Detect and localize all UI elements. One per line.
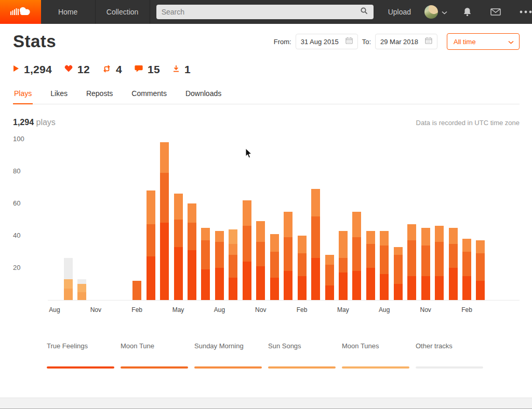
downloads-count: 1 [184,63,191,76]
chart-bar-segment [188,223,196,250]
y-tick-label: 40 [13,231,20,239]
to-date-input[interactable] [380,38,421,46]
legend-item[interactable]: Sunday Morning [194,342,268,369]
chart-bar[interactable] [325,255,334,300]
chart-bar[interactable] [284,212,292,301]
messages-envelope-icon[interactable] [490,8,501,16]
legend-item[interactable]: True Feelings [47,342,121,369]
legend-item[interactable]: Sun Songs [268,342,342,369]
chart-bar[interactable] [64,258,73,300]
tab-plays[interactable]: Plays [13,85,33,104]
chart-bar[interactable] [352,212,361,301]
download-icon [172,65,180,75]
chart-bar-segment [188,203,196,223]
chart-plays-count: 1,294 plays [13,118,56,127]
chart-bar-segment [352,271,361,300]
chart-bar-segment [284,237,292,271]
chart-bar-segment [284,212,292,238]
tab-reposts[interactable]: Reposts [85,85,114,104]
x-tick-label: Aug [43,306,66,313]
legend-item[interactable]: Moon Tune [121,342,194,369]
chart-bar-segment [160,223,169,300]
chart-bar[interactable] [188,203,196,300]
to-label: To: [362,38,371,46]
time-range-select[interactable]: All time [447,33,520,50]
chart-bar[interactable] [174,194,183,300]
x-tick-label: Aug [208,306,231,313]
chart-bar-segment [449,268,458,300]
chart-bar[interactable] [435,226,444,300]
chart-bar[interactable] [298,236,307,300]
from-date-field[interactable] [296,34,358,49]
chart-bar[interactable] [147,190,155,300]
nav-home[interactable]: Home [41,0,96,24]
chart-bar[interactable] [270,234,279,300]
chart-bar-segment [476,281,485,300]
chart-bar-segment [311,216,320,258]
chart-bar[interactable] [215,231,224,300]
chart-bar[interactable] [380,231,389,300]
chart-bar[interactable] [77,279,86,300]
chart-bar-segment [215,268,224,300]
tab-likes[interactable]: Likes [49,85,69,104]
plays-count: 1,294 [24,63,52,76]
repost-icon [102,65,111,75]
more-options-icon[interactable] [520,10,532,13]
chart-bar[interactable] [449,228,458,301]
avatar[interactable] [424,5,438,19]
chart-bar-segment [435,226,444,242]
search-input[interactable] [162,8,360,16]
chart-bar[interactable] [462,239,471,300]
legend-swatch [268,366,336,369]
chart-bar[interactable] [366,231,375,300]
soundcloud-logo[interactable] [0,0,41,24]
x-axis-labels: AugNovFebMayAugNovFebMayAugNovFeb [13,301,520,319]
chart-bar-segment [421,246,430,276]
chart-bar[interactable] [160,142,169,300]
date-range-controls: From: To: [274,33,520,50]
notifications-bell-icon[interactable] [463,7,472,17]
chart-bar[interactable] [256,221,265,300]
legend-item[interactable]: Moon Tunes [342,342,416,369]
chart-bar[interactable] [132,281,141,300]
search-icon[interactable] [360,7,368,17]
chart-bar[interactable] [407,224,416,300]
chart-bar-segment [64,289,73,300]
page-header: Stats From: To: [13,30,520,53]
chart-bar[interactable] [394,247,403,300]
chart-bar-segment [256,221,265,242]
comments-count: 15 [148,63,160,76]
upload-button[interactable]: Upload [388,8,411,16]
tab-downloads[interactable]: Downloads [184,85,222,104]
legend-label: Sun Songs [268,342,342,350]
user-menu[interactable] [424,0,447,24]
chart-bar[interactable] [229,229,237,300]
legend-swatch [47,366,114,369]
y-tick-label: 20 [13,264,20,271]
from-date-input[interactable] [301,38,341,46]
legend-label: Moon Tune [121,342,194,350]
to-date-field[interactable] [375,34,437,49]
heart-icon [64,65,73,74]
chart-bar[interactable] [476,240,485,300]
legend-label: True Feelings [47,342,121,350]
chart-bar[interactable] [339,231,348,300]
chart-count-unit: plays [36,118,56,127]
tab-comments[interactable]: Comments [130,85,168,104]
search-box [156,5,374,19]
chart-bar-segment [325,255,334,265]
chart-bar-segment [270,278,279,300]
legend-item[interactable]: Other tracks [416,342,489,369]
play-icon [13,65,19,74]
nav-collection[interactable]: Collection [96,0,150,24]
chart-bar[interactable] [421,228,430,301]
chart-bar[interactable] [201,228,210,301]
chart-bar-segment [174,247,183,300]
from-label: From: [274,38,291,46]
chart-bar-segment [449,228,458,244]
chart-bar-segment [215,242,224,268]
chart-bar[interactable] [311,189,320,300]
chart-bar-segment [476,240,485,253]
chart-bar[interactable] [243,200,251,300]
chart-bar-segment [380,274,389,300]
